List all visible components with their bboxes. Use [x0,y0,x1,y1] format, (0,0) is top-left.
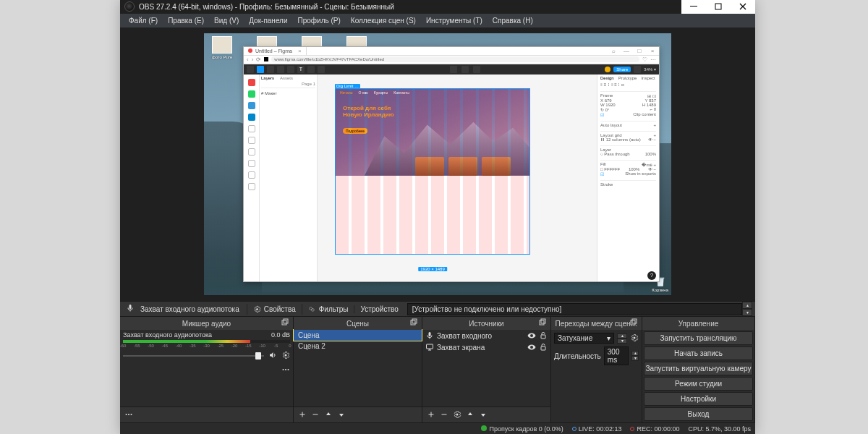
remove-icon[interactable] [311,409,320,422]
mixer-menu-icon[interactable] [124,409,133,422]
captured-window: Untitled – Figma× ⌕—□× ‹ › ⟳ www.figma.c… [243,46,660,282]
svg-point-9 [285,369,286,370]
menu-edit[interactable]: Правка (E) [163,15,208,26]
menu-view[interactable]: Вид (V) [210,15,243,26]
whatsapp-icon [248,90,255,98]
close-button[interactable] [731,0,755,14]
gear-icon[interactable] [281,351,290,361]
panel-title: Переходы между сцен… [555,320,637,328]
properties-button[interactable]: Свойства [247,304,302,315]
status-dot-icon [481,425,487,431]
live-dot-icon [572,427,576,431]
menu-profile[interactable]: Профиль (P) [294,15,345,26]
menu-tools[interactable]: Инструменты (T) [422,15,487,26]
svg-point-4 [311,308,314,311]
svg-rect-19 [427,344,433,349]
svg-rect-17 [541,319,545,323]
svg-point-21 [456,413,459,415]
bw-max-icon: □ [633,48,646,54]
duration-field[interactable]: 300 ms [604,346,629,365]
nav-back-icon: ‹ [247,56,249,63]
lock-icon[interactable] [539,343,548,352]
popout-icon[interactable] [410,318,419,327]
svg-point-7 [285,354,287,357]
mixer-source-name: Захват входного аудиопотока [123,331,212,339]
lock-icon[interactable] [539,331,548,340]
controls-panel: Управление Запустить трансляцию Начать з… [642,317,755,422]
settings-button[interactable]: Настройки [644,392,753,406]
options-icon[interactable] [281,365,290,375]
rail-icon [248,160,255,167]
bw-close-icon: × [646,48,659,54]
start-streaming-button[interactable]: Запустить трансляцию [644,331,753,345]
audio-mixer-panel: Микшер аудио Захват входного аудиопотока… [120,317,294,422]
spin[interactable]: ▴▾ [631,351,639,361]
menu-file[interactable]: Файл (F) [124,15,162,26]
menu-scene-collection[interactable]: Коллекция сцен (S) [346,15,420,26]
address-bar: www.figma.com/file/u1bZHKVJVF47vTFACXeDo… [271,56,639,62]
move-up-icon[interactable] [324,409,333,422]
pen-tool-icon [287,66,294,73]
device-spin[interactable]: ▴▾ [742,302,752,316]
bw-min-icon: — [620,48,633,54]
menu-help[interactable]: Справка (H) [488,15,537,26]
comment-tool-icon [318,66,325,73]
help-icon: ? [647,271,656,280]
menu-bar: Файл (F) Правка (E) Вид (V) Док-панели П… [120,14,755,27]
sources-panel: Источники Захват входногоЗахват экрана [422,317,551,422]
duration-label: Длительность [554,352,601,360]
remove-icon[interactable] [440,409,448,422]
menu-docks[interactable]: Док-панели [244,15,292,26]
transition-type-combo[interactable]: Затухание▾ [554,333,614,344]
visibility-icon[interactable] [527,343,536,352]
add-icon[interactable] [298,409,307,422]
frame-size-chip: 1920 × 1489 [418,267,447,271]
avatar-icon [605,67,610,72]
present-icon [634,66,641,73]
gear-icon[interactable] [630,333,639,344]
popout-icon[interactable] [281,318,290,327]
popout-icon[interactable] [539,318,548,327]
gear-icon[interactable] [453,409,461,422]
move-down-icon[interactable] [337,409,346,422]
maximize-button[interactable] [706,0,731,14]
visibility-icon[interactable] [527,331,536,340]
device-combo[interactable]: [Устройство не подключено или недоступно… [407,303,742,315]
svg-point-3 [310,307,312,310]
status-bar: Пропуск кадров 0 (0.0%) LIVE: 00:02:13 R… [120,422,755,434]
svg-point-24 [634,336,636,339]
preview-area[interactable]: фото Pure 4 interop Корзина Untitled – F… [120,27,755,301]
lock-icon [264,57,268,61]
minimize-button[interactable] [681,0,706,14]
rec-time: REC: 00:00:00 [637,425,679,433]
add-icon[interactable] [427,409,435,422]
svg-point-10 [288,369,289,370]
move-tool-icon [257,66,264,73]
figma-menu-icon [247,66,254,73]
messenger-icon [248,114,255,121]
scene-item[interactable]: Сцена [294,330,422,341]
filters-button[interactable]: Фильтры [302,304,354,315]
speaker-icon[interactable] [268,351,277,361]
start-recording-button[interactable]: Начать запись [644,346,753,360]
source-item[interactable]: Захват экрана [422,341,550,353]
preview-canvas: фото Pure 4 interop Корзина Untitled – F… [204,33,671,295]
start-virtual-cam-button[interactable]: Запустить виртуальную камеру [644,362,753,375]
desktop-icon: фото Pure [207,36,237,60]
scenes-list[interactable]: СценаСцена 2 [294,330,422,407]
spin[interactable]: ▴▾ [617,333,627,344]
exit-button[interactable]: Выход [644,407,753,421]
move-up-icon[interactable] [466,409,475,422]
popout-icon[interactable] [630,318,639,327]
source-item[interactable]: Захват входного [422,330,550,341]
mixer-db-value: 0.0 dB [271,331,290,339]
source-name-label: Захват входного аудиопотока [140,305,247,313]
svg-rect-15 [412,319,417,323]
studio-mode-button[interactable]: Режим студии [644,377,753,391]
move-down-icon[interactable] [479,409,488,422]
volume-slider[interactable] [123,355,264,357]
scene-item[interactable]: Сцена 2 [294,341,422,352]
window-title: OBS 27.2.4 (64-bit, windows) - Профиль: … [139,3,681,11]
svg-point-2 [256,308,258,310]
sources-list[interactable]: Захват входногоЗахват экрана [422,330,550,407]
